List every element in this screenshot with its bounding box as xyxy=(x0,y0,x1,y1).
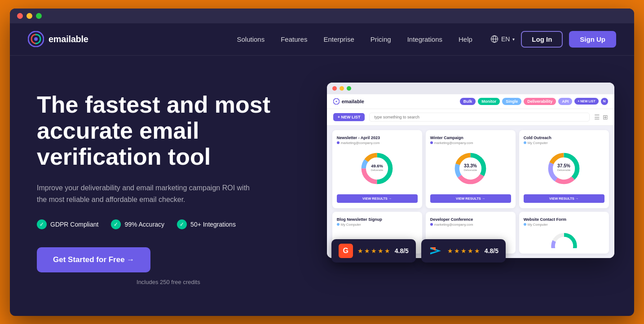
dash-logo-text: emailable xyxy=(342,99,364,104)
dash-card-3: Cold Outreach My Computer xyxy=(519,130,609,208)
pill-bulk: Bulk xyxy=(460,98,476,105)
dash-card-6: Website Contact Form My Computer xyxy=(519,212,609,254)
dash-card-1: Newsletter - April 2023 marketing@compan… xyxy=(332,130,422,208)
dash-cards: Newsletter - April 2023 marketing@compan… xyxy=(327,126,614,258)
card-1-title: Newsletter - April 2023 xyxy=(337,136,418,140)
nav-right: EN ▾ Log In Sign Up xyxy=(490,31,616,48)
dash-search-input[interactable] xyxy=(369,113,589,122)
traffic-light-red[interactable] xyxy=(17,13,23,19)
card-3-donut: 37.5% Deliverable xyxy=(524,149,604,189)
card-6-dot xyxy=(524,223,526,226)
card-5-sub: marketing@company.com xyxy=(430,223,511,227)
capterra-score: 4.8/5 xyxy=(485,247,498,254)
lang-selector[interactable]: EN ▾ xyxy=(490,35,515,43)
g2-score: 4.8/5 xyxy=(395,247,409,254)
svg-text:Deliverable: Deliverable xyxy=(464,169,477,171)
card-4-title: Blog Newsletter Signup xyxy=(337,217,418,222)
badge-accuracy-label: 99% Accuracy xyxy=(124,221,164,228)
nav-enterprise[interactable]: Enterprise xyxy=(323,35,354,43)
signup-button[interactable]: Sign Up xyxy=(569,31,616,48)
pill-monitor: Monitor xyxy=(478,98,500,105)
traffic-light-yellow[interactable] xyxy=(26,13,32,19)
card-1-dot xyxy=(337,141,340,144)
card-6-title: Website Contact Form xyxy=(524,217,604,222)
nav-features[interactable]: Features xyxy=(281,35,307,43)
svg-point-1 xyxy=(34,37,38,41)
dash-toolbar: + NEW LIST ☰ ⊞ xyxy=(327,109,614,126)
card-2-dot xyxy=(430,141,433,144)
card-3-sub: My Computer xyxy=(524,141,604,145)
capterra-badge: ★ ★ ★ ★ ★ 4.8/5 xyxy=(421,239,506,263)
g2-stars: ★ ★ ★ ★ ★ xyxy=(357,247,390,254)
check-icon-integrations: ✓ xyxy=(177,219,187,229)
hero-badges: ✓ GDPR Compliant ✓ 99% Accuracy ✓ 50+ In… xyxy=(37,219,300,229)
login-button[interactable]: Log In xyxy=(521,31,563,48)
cta-area: Get Started for Free → Includes 250 free… xyxy=(37,247,300,285)
globe-icon xyxy=(490,35,498,43)
dash-chrome xyxy=(327,83,614,94)
new-list-button[interactable]: + NEW LIST xyxy=(333,113,365,121)
check-icon-accuracy: ✓ xyxy=(111,219,121,229)
dash-navbar: emailable Bulk Monitor Single Deliverabi… xyxy=(327,94,614,109)
card-4-dot xyxy=(337,223,340,226)
chevron-down-icon: ▾ xyxy=(512,37,515,42)
browser-chrome xyxy=(10,9,634,23)
hero-title: The fastest and most accurate email veri… xyxy=(37,92,284,170)
nav-pricing[interactable]: Pricing xyxy=(371,35,391,43)
svg-text:33.3%: 33.3% xyxy=(464,163,477,168)
card-1-view-results[interactable]: VIEW RESULTS → xyxy=(337,194,418,203)
dash-user-avatar: N xyxy=(601,98,608,105)
cta-note: Includes 250 free credits xyxy=(37,279,300,285)
dashboard-mockup: emailable Bulk Monitor Single Deliverabi… xyxy=(327,83,614,258)
badge-integrations-label: 50+ Integrations xyxy=(190,221,236,228)
logo-text: emailable xyxy=(49,34,88,44)
nav-integrations[interactable]: Integrations xyxy=(407,35,442,43)
pill-api: API xyxy=(558,98,572,105)
svg-point-6 xyxy=(335,101,337,102)
card-3-title: Cold Outreach xyxy=(524,136,604,140)
card-6-sub: My Computer xyxy=(524,223,604,227)
dash-tl-yellow xyxy=(340,86,344,91)
grid-view-icon[interactable]: ⊞ xyxy=(603,114,608,121)
svg-text:Deliverable: Deliverable xyxy=(371,169,384,171)
badge-accuracy: ✓ 99% Accuracy xyxy=(111,219,164,229)
card-2-view-results[interactable]: VIEW RESULTS → xyxy=(430,194,511,203)
hero-section: The fastest and most accurate email veri… xyxy=(10,56,634,316)
hero-left: The fastest and most accurate email veri… xyxy=(37,83,300,286)
dash-tl-red xyxy=(332,86,337,91)
svg-text:37.5%: 37.5% xyxy=(557,163,570,168)
badge-integrations: ✓ 50+ Integrations xyxy=(177,219,236,229)
card-5-title: Developer Conference xyxy=(430,217,511,222)
hero-right: emailable Bulk Monitor Single Deliverabi… xyxy=(327,83,616,258)
cta-button[interactable]: Get Started for Free → xyxy=(37,247,150,272)
card-5-dot xyxy=(430,223,433,226)
card-1-donut: 49.6% Deliverable xyxy=(337,149,418,189)
card-3-dot xyxy=(524,141,526,144)
pill-single: Single xyxy=(502,98,521,105)
navbar: emailable Solutions Features Enterprise … xyxy=(10,23,634,56)
nav-solutions[interactable]: Solutions xyxy=(237,35,265,43)
dash-grid-controls: ☰ ⊞ xyxy=(594,114,608,121)
logo-icon xyxy=(28,31,44,47)
lang-text: EN xyxy=(501,35,510,43)
card-4-sub: My Computer xyxy=(337,223,418,227)
card-2-donut: 33.3% Deliverable xyxy=(430,149,511,189)
nav-help[interactable]: Help xyxy=(459,35,472,43)
pill-deliverability: Deliverability xyxy=(524,98,556,105)
dash-nav-pills: Bulk Monitor Single Deliverability API +… xyxy=(460,98,608,105)
list-view-icon[interactable]: ☰ xyxy=(594,114,600,121)
svg-text:49.6%: 49.6% xyxy=(371,164,383,168)
capterra-stars: ★ ★ ★ ★ ★ xyxy=(447,247,480,254)
dash-logo: emailable xyxy=(333,98,364,105)
badge-gdpr: ✓ GDPR Compliant xyxy=(37,219,98,229)
pill-credits: + NEW LIST xyxy=(574,98,598,105)
rating-badges: G ★ ★ ★ ★ ★ 4.8/5 xyxy=(331,239,506,263)
traffic-light-green[interactable] xyxy=(36,13,42,19)
check-icon-gdpr: ✓ xyxy=(37,219,47,229)
badge-gdpr-label: GDPR Compliant xyxy=(50,221,98,228)
g2-badge: G ★ ★ ★ ★ ★ 4.8/5 xyxy=(331,239,416,263)
dash-card-2: Winter Campaign marketing@company.com xyxy=(426,130,516,208)
card-3-view-results[interactable]: VIEW RESULTS → xyxy=(524,194,604,203)
card-2-sub: marketing@company.com xyxy=(430,141,511,145)
capterra-logo xyxy=(428,244,443,258)
